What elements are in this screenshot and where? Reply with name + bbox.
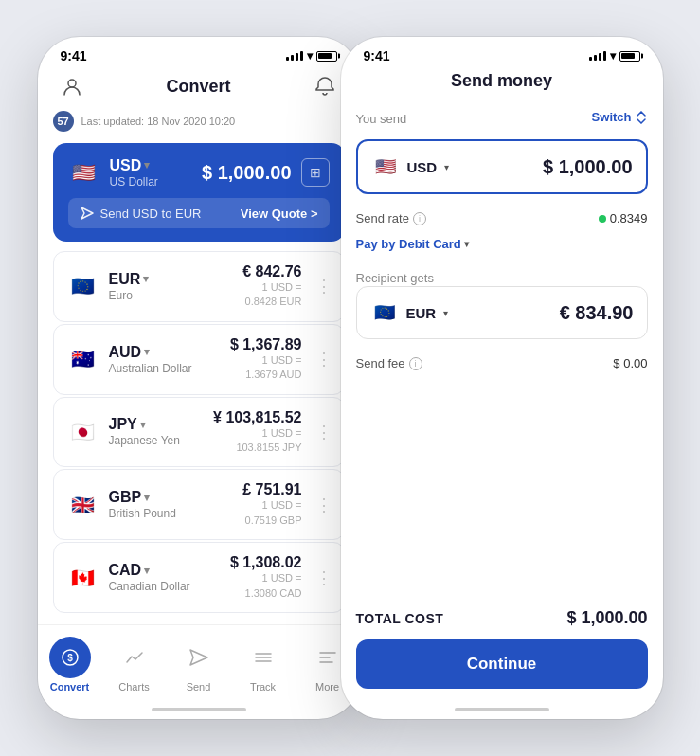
send-fee-info-icon[interactable]: i bbox=[409, 357, 422, 370]
send-flag: 🇺🇸 bbox=[371, 153, 400, 181]
send-fee-label: Send fee i bbox=[356, 356, 422, 370]
convert-nav-label: Convert bbox=[50, 681, 90, 693]
eur-more-icon[interactable]: ⋮ bbox=[315, 276, 332, 297]
convert-nav-icon: $ bbox=[49, 637, 91, 678]
aud-more-icon[interactable]: ⋮ bbox=[315, 349, 332, 369]
update-text: Last updated: 18 Nov 2020 10:20 bbox=[81, 116, 236, 127]
status-bar-1: 9:41 ▾ bbox=[38, 37, 360, 67]
eur-flag: 🇪🇺 bbox=[67, 270, 99, 302]
gbp-more-icon[interactable]: ⋮ bbox=[315, 495, 332, 515]
main-currency-card[interactable]: 🇺🇸 USD ▾ US Dollar $ 1,000.00 ⊞ bbox=[53, 143, 345, 242]
aud-code[interactable]: AUD ▾ bbox=[109, 344, 192, 361]
nav-item-charts[interactable]: Charts bbox=[106, 633, 163, 696]
send-fee-row: Send fee i $ 0.00 bbox=[356, 351, 648, 376]
send-rate-label: Send rate i bbox=[356, 211, 426, 225]
total-cost-row: TOTAL COST $ 1,000.00 bbox=[341, 593, 663, 639]
calculator-icon[interactable]: ⊞ bbox=[301, 158, 330, 187]
jpy-code[interactable]: JPY ▾ bbox=[109, 416, 180, 433]
send-currency-caret[interactable]: ▾ bbox=[444, 162, 449, 172]
view-quote-btn[interactable]: View Quote > bbox=[241, 207, 318, 221]
nav-item-send[interactable]: Send bbox=[171, 633, 227, 696]
wifi-icon-2: ▾ bbox=[610, 49, 616, 63]
send-code: USD bbox=[407, 159, 438, 175]
usd-flag: 🇺🇸 bbox=[68, 156, 100, 189]
track-nav-label: Track bbox=[250, 681, 276, 693]
recipient-flag: 🇪🇺 bbox=[370, 298, 399, 327]
jpy-name: Japanese Yen bbox=[109, 434, 180, 447]
recipient-currency-caret[interactable]: ▾ bbox=[443, 308, 448, 318]
pay-method-row: Pay by Debit Card ▾ bbox=[356, 231, 648, 257]
recipient-section: Recipient gets 🇪🇺 EUR ▾ € 834.90 bbox=[356, 269, 648, 339]
usd-amount: $ 1,000.00 bbox=[202, 162, 292, 184]
header-2: Send money bbox=[341, 67, 663, 100]
profile-icon[interactable] bbox=[57, 71, 87, 101]
page-title-1: Convert bbox=[166, 77, 230, 97]
send-icon bbox=[80, 206, 95, 221]
send-fee-value: $ 0.00 bbox=[613, 356, 647, 370]
you-send-label: You send bbox=[356, 112, 407, 126]
gbp-code[interactable]: GBP ▾ bbox=[109, 489, 176, 506]
header-1: Convert bbox=[38, 67, 360, 111]
signal-icon bbox=[286, 51, 303, 61]
recipient-amount: € 834.90 bbox=[560, 302, 634, 324]
continue-button[interactable]: Continue bbox=[356, 639, 648, 689]
send-rate-row: Send rate i 0.8349 bbox=[356, 206, 648, 231]
usd-name: US Dollar bbox=[110, 175, 158, 189]
status-bar-2: 9:41 ▾ bbox=[341, 37, 663, 67]
list-item[interactable]: 🇬🇧 GBP ▾ British Pound £ 751.91 1 USD =0… bbox=[53, 469, 345, 540]
jpy-more-icon[interactable]: ⋮ bbox=[315, 422, 332, 442]
recipient-code: EUR bbox=[406, 305, 437, 321]
switch-icon bbox=[635, 111, 648, 124]
nav-item-convert[interactable]: $ Convert bbox=[42, 633, 99, 696]
battery-icon-2 bbox=[619, 51, 640, 62]
svg-text:$: $ bbox=[67, 653, 73, 663]
phones-container: 9:41 ▾ Conv bbox=[0, 0, 700, 756]
charts-nav-icon bbox=[114, 637, 155, 678]
page-title-2: Send money bbox=[451, 71, 552, 91]
gbp-flag: 🇬🇧 bbox=[67, 489, 99, 521]
send-rate-info-icon[interactable]: i bbox=[413, 212, 426, 225]
status-time-2: 9:41 bbox=[364, 48, 390, 63]
list-item[interactable]: 🇪🇺 EUR ▾ Euro € 842.76 1 USD =0.8428 EUR… bbox=[53, 251, 345, 322]
divider-1 bbox=[356, 261, 648, 261]
charts-nav-label: Charts bbox=[118, 681, 149, 693]
signal-icon-2 bbox=[589, 51, 606, 61]
status-time-1: 9:41 bbox=[61, 48, 87, 63]
send-amount: $ 1,000.00 bbox=[543, 156, 633, 178]
green-dot-icon bbox=[599, 215, 606, 223]
phone-send: 9:41 ▾ Send money bbox=[341, 37, 663, 719]
update-bar: 57 Last updated: 18 Nov 2020 10:20 bbox=[53, 111, 345, 132]
you-send-header: You send Switch bbox=[356, 100, 648, 134]
eur-code[interactable]: EUR ▾ bbox=[109, 271, 150, 288]
status-icons-1: ▾ bbox=[286, 49, 337, 63]
bell-icon[interactable] bbox=[310, 71, 340, 101]
pay-method-selector[interactable]: Pay by Debit Card ▾ bbox=[356, 237, 469, 251]
recipient-currency-selector[interactable]: 🇪🇺 EUR ▾ bbox=[370, 298, 449, 327]
pay-method-caret[interactable]: ▾ bbox=[464, 239, 469, 249]
switch-button[interactable]: Switch bbox=[592, 110, 648, 124]
cad-flag: 🇨🇦 bbox=[67, 562, 99, 594]
eur-name: Euro bbox=[109, 289, 150, 302]
aud-name: Australian Dollar bbox=[109, 362, 192, 375]
list-item[interactable]: 🇦🇺 AUD ▾ Australian Dollar $ 1,367.89 1 … bbox=[53, 324, 345, 395]
send-bar[interactable]: Send USD to EUR View Quote > bbox=[68, 198, 330, 228]
wifi-icon: ▾ bbox=[307, 49, 313, 63]
home-indicator-1 bbox=[38, 700, 360, 719]
update-badge: 57 bbox=[53, 111, 74, 132]
cad-more-icon[interactable]: ⋮ bbox=[315, 567, 332, 588]
list-item[interactable]: 🇨🇦 CAD ▾ Canadian Dollar $ 1,308.02 1 US… bbox=[53, 542, 345, 613]
send-currency-selector[interactable]: 🇺🇸 USD ▾ bbox=[371, 153, 450, 181]
nav-item-track[interactable]: Track bbox=[235, 633, 292, 696]
list-item[interactable]: 🇯🇵 JPY ▾ Japanese Yen ¥ 103,815.52 1 USD… bbox=[53, 397, 345, 468]
gbp-name: British Pound bbox=[109, 507, 176, 520]
cad-name: Canadian Dollar bbox=[109, 580, 190, 593]
send-input-card[interactable]: 🇺🇸 USD ▾ $ 1,000.00 bbox=[356, 139, 648, 194]
usd-code[interactable]: USD ▾ bbox=[110, 157, 158, 174]
phone-convert: 9:41 ▾ Conv bbox=[38, 37, 360, 719]
send-nav-icon bbox=[178, 637, 220, 678]
svg-point-0 bbox=[68, 80, 76, 87]
cad-code[interactable]: CAD ▾ bbox=[109, 562, 190, 579]
recipient-input-card[interactable]: 🇪🇺 EUR ▾ € 834.90 bbox=[356, 286, 648, 339]
send-nav-label: Send bbox=[187, 681, 211, 693]
bottom-nav-1: $ Convert Charts Send bbox=[38, 624, 360, 700]
